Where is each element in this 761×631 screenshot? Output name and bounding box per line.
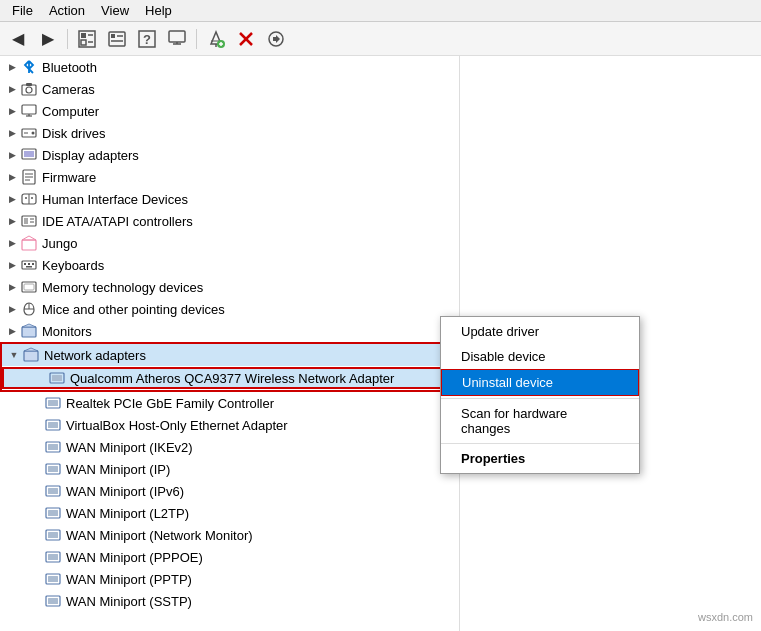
tree-item-memory[interactable]: Memory technology devices bbox=[0, 276, 459, 298]
expand-display-adapters[interactable] bbox=[4, 147, 20, 163]
expand-bluetooth[interactable] bbox=[4, 59, 20, 75]
mice-label: Mice and other pointing devices bbox=[42, 302, 225, 317]
computer-label: Computer bbox=[42, 104, 99, 119]
tree-item-wan-sstp[interactable]: WAN Miniport (SSTP) bbox=[0, 590, 459, 612]
tree-item-cameras[interactable]: Cameras bbox=[0, 78, 459, 100]
qualcomm-label: Qualcomm Atheros QCA9377 Wireless Networ… bbox=[70, 371, 394, 386]
device-tree[interactable]: Bluetooth Cameras bbox=[0, 56, 460, 631]
watermark: wsxdn.com bbox=[698, 611, 753, 623]
tree-item-human-interface[interactable]: Human Interface Devices bbox=[0, 188, 459, 210]
tree-item-keyboards[interactable]: Keyboards bbox=[0, 254, 459, 276]
svg-rect-65 bbox=[48, 400, 58, 406]
expand-disk-drives[interactable] bbox=[4, 125, 20, 141]
tree-item-ide[interactable]: IDE ATA/ATAPI controllers bbox=[0, 210, 459, 232]
forward-button[interactable]: ▶ bbox=[34, 25, 62, 53]
tree-item-mice[interactable]: Mice and other pointing devices bbox=[0, 298, 459, 320]
jungo-label: Jungo bbox=[42, 236, 77, 251]
wan-pppoe-label: WAN Miniport (PPPOE) bbox=[66, 550, 203, 565]
tree-item-monitors[interactable]: Monitors bbox=[0, 320, 459, 342]
expand-ide[interactable] bbox=[4, 213, 20, 229]
tree-item-qualcomm[interactable]: Qualcomm Atheros QCA9377 Wireless Networ… bbox=[2, 367, 457, 389]
context-scan-changes[interactable]: Scan for hardware changes bbox=[441, 401, 639, 441]
toolbar-separator-2 bbox=[196, 29, 197, 49]
device-manager-button[interactable] bbox=[163, 25, 191, 53]
help-button[interactable]: ? bbox=[133, 25, 161, 53]
back-button[interactable]: ◀ bbox=[4, 25, 32, 53]
svg-point-31 bbox=[32, 132, 35, 135]
expand-firmware[interactable] bbox=[4, 169, 20, 185]
context-update-driver[interactable]: Update driver bbox=[441, 319, 639, 344]
context-separator bbox=[441, 398, 639, 399]
svg-rect-52 bbox=[32, 263, 34, 265]
svg-rect-60 bbox=[24, 351, 38, 361]
expand-monitors[interactable] bbox=[4, 323, 20, 339]
expand-jungo[interactable] bbox=[4, 235, 20, 251]
wan-ikev2-label: WAN Miniport (IKEv2) bbox=[66, 440, 193, 455]
svg-rect-69 bbox=[48, 444, 58, 450]
tree-item-jungo[interactable]: Jungo bbox=[0, 232, 459, 254]
monitors-label: Monitors bbox=[42, 324, 92, 339]
context-uninstall-device[interactable]: Uninstall device bbox=[441, 369, 639, 396]
tree-item-disk-drives[interactable]: Disk drives bbox=[0, 122, 459, 144]
tree-item-wan-pppoe[interactable]: WAN Miniport (PPPOE) bbox=[0, 546, 459, 568]
svg-rect-34 bbox=[24, 151, 34, 157]
update-driver-button[interactable] bbox=[103, 25, 131, 53]
tree-item-firmware[interactable]: Firmware bbox=[0, 166, 459, 188]
bluetooth-label: Bluetooth bbox=[42, 60, 97, 75]
tree-item-wan-ikev2[interactable]: WAN Miniport (IKEv2) bbox=[0, 436, 459, 458]
tree-item-wan-ipv6[interactable]: WAN Miniport (IPv6) bbox=[0, 480, 459, 502]
tree-item-wan-netmon[interactable]: WAN Miniport (Network Monitor) bbox=[0, 524, 459, 546]
svg-marker-23 bbox=[273, 35, 280, 43]
wan-sstp-label: WAN Miniport (SSTP) bbox=[66, 594, 192, 609]
bluetooth-icon bbox=[20, 58, 38, 76]
expand-network-adapters[interactable] bbox=[6, 347, 22, 363]
computer-icon bbox=[20, 102, 38, 120]
ide-label: IDE ATA/ATAPI controllers bbox=[42, 214, 193, 229]
tree-item-realtek[interactable]: Realtek PCIe GbE Family Controller bbox=[0, 392, 459, 414]
context-properties[interactable]: Properties bbox=[441, 446, 639, 471]
menu-file[interactable]: File bbox=[4, 1, 41, 20]
svg-text:?: ? bbox=[143, 32, 151, 47]
keyboards-label: Keyboards bbox=[42, 258, 104, 273]
tree-item-computer[interactable]: Computer bbox=[0, 100, 459, 122]
cameras-icon bbox=[20, 80, 38, 98]
tree-item-bluetooth[interactable]: Bluetooth bbox=[0, 56, 459, 78]
realtek-icon bbox=[44, 394, 62, 412]
expand-mice[interactable] bbox=[4, 301, 20, 317]
wan-pptp-label: WAN Miniport (PPTP) bbox=[66, 572, 192, 587]
ide-icon bbox=[20, 212, 38, 230]
tree-item-wan-l2tp[interactable]: WAN Miniport (L2TP) bbox=[0, 502, 459, 524]
wan-pptp-icon bbox=[44, 570, 62, 588]
scan-changes-button[interactable] bbox=[262, 25, 290, 53]
menu-action[interactable]: Action bbox=[41, 1, 93, 20]
realtek-label: Realtek PCIe GbE Family Controller bbox=[66, 396, 274, 411]
main-content: Bluetooth Cameras bbox=[0, 56, 761, 631]
keyboards-icon bbox=[20, 256, 38, 274]
tree-item-display-adapters[interactable]: Display adapters bbox=[0, 144, 459, 166]
menu-view[interactable]: View bbox=[93, 1, 137, 20]
expand-cameras[interactable] bbox=[4, 81, 20, 97]
wan-netmon-label: WAN Miniport (Network Monitor) bbox=[66, 528, 253, 543]
tree-item-wan-pptp[interactable]: WAN Miniport (PPTP) bbox=[0, 568, 459, 590]
tree-item-virtualbox[interactable]: VirtualBox Host-Only Ethernet Adapter bbox=[0, 414, 459, 436]
menu-help[interactable]: Help bbox=[137, 1, 180, 20]
context-disable-device[interactable]: Disable device bbox=[441, 344, 639, 369]
remove-device-button[interactable] bbox=[232, 25, 260, 53]
expand-computer[interactable] bbox=[4, 103, 20, 119]
tree-item-wan-ip[interactable]: WAN Miniport (IP) bbox=[0, 458, 459, 480]
svg-point-42 bbox=[31, 197, 33, 199]
firmware-label: Firmware bbox=[42, 170, 96, 185]
wan-ip-label: WAN Miniport (IP) bbox=[66, 462, 170, 477]
expand-human-interface[interactable] bbox=[4, 191, 20, 207]
add-driver-button[interactable] bbox=[202, 25, 230, 53]
show-properties-button[interactable] bbox=[73, 25, 101, 53]
wan-ip-icon bbox=[44, 460, 62, 478]
wan-pppoe-icon bbox=[44, 548, 62, 566]
toolbar-separator-1 bbox=[67, 29, 68, 49]
expand-keyboards[interactable] bbox=[4, 257, 20, 273]
cameras-label: Cameras bbox=[42, 82, 95, 97]
tree-item-network-adapters[interactable]: Network adapters bbox=[2, 344, 457, 366]
svg-rect-77 bbox=[48, 532, 58, 538]
expand-memory[interactable] bbox=[4, 279, 20, 295]
svg-rect-11 bbox=[169, 31, 185, 42]
